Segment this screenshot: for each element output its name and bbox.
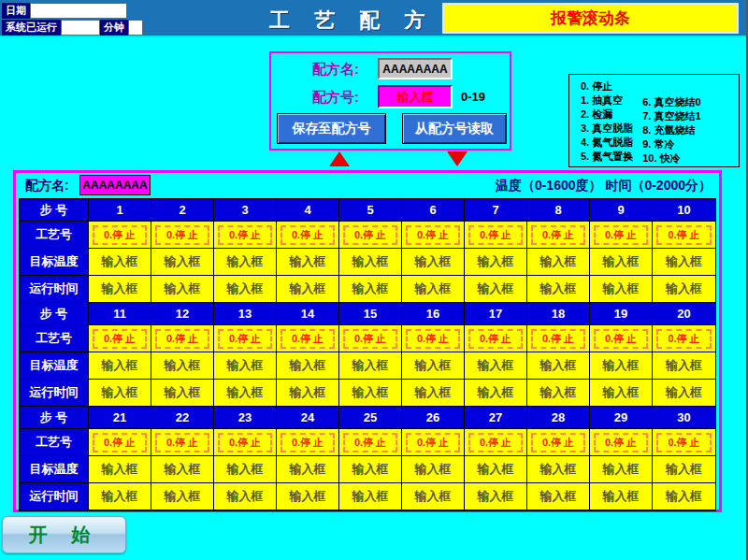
time-input-cell[interactable]: 输入框 [339, 483, 402, 510]
process-select-cell[interactable]: 0.停 止 [151, 325, 214, 352]
temperature-input-cell[interactable]: 输入框 [527, 456, 590, 483]
time-input-cell[interactable]: 输入框 [151, 380, 214, 407]
time-input-cell[interactable]: 输入框 [590, 380, 653, 407]
temperature-input-cell[interactable]: 输入框 [402, 456, 465, 483]
step-number-cell: 7 [465, 199, 527, 222]
temperature-input-cell[interactable]: 输入框 [89, 352, 151, 380]
date-field[interactable] [30, 3, 127, 19]
save-to-recipe-button[interactable]: 保存至配方号 [277, 113, 386, 144]
load-from-recipe-button[interactable]: 从配方号读取 [402, 113, 507, 144]
temperature-input-cell[interactable]: 输入框 [527, 249, 590, 276]
process-select-cell[interactable]: 0.停 止 [527, 222, 590, 249]
temperature-input-cell[interactable]: 输入框 [527, 352, 590, 380]
temperature-input-cell[interactable]: 输入框 [277, 352, 339, 380]
process-select-cell[interactable]: 0.停 止 [590, 325, 653, 352]
process-select-cell[interactable]: 0.停 止 [151, 429, 214, 456]
time-input-cell[interactable]: 输入框 [214, 483, 277, 510]
temperature-input-cell[interactable]: 输入框 [339, 352, 402, 380]
time-input-cell[interactable]: 输入框 [527, 276, 590, 303]
time-input-cell[interactable]: 输入框 [277, 483, 339, 510]
time-input-cell[interactable]: 输入框 [402, 380, 465, 407]
temperature-input-cell[interactable]: 输入框 [402, 249, 465, 276]
time-input-cell[interactable]: 输入框 [277, 276, 339, 303]
process-select-cell[interactable]: 0.停 止 [653, 429, 715, 456]
process-select-cell[interactable]: 0.停 止 [339, 429, 402, 456]
temperature-input-cell[interactable]: 输入框 [151, 352, 214, 380]
process-select-cell[interactable]: 0.停 止 [590, 429, 653, 456]
process-select-cell[interactable]: 0.停 止 [527, 325, 590, 352]
time-input-cell[interactable]: 输入框 [590, 483, 653, 510]
time-input-cell[interactable]: 输入框 [465, 483, 527, 510]
temperature-input-cell[interactable]: 输入框 [277, 249, 339, 276]
temperature-input-cell[interactable]: 输入框 [214, 456, 277, 483]
temperature-input-cell[interactable]: 输入框 [465, 352, 527, 380]
process-select-cell[interactable]: 0.停 止 [151, 222, 214, 249]
process-select-cell[interactable]: 0.停 止 [89, 222, 151, 249]
time-input-cell[interactable]: 输入框 [653, 380, 715, 407]
time-input-cell[interactable]: 输入框 [89, 276, 151, 303]
time-input-cell[interactable]: 输入框 [402, 483, 465, 510]
process-select-cell[interactable]: 0.停 止 [402, 325, 465, 352]
process-select-cell[interactable]: 0.停 止 [214, 325, 277, 352]
recipe-number-input[interactable]: 输入框 [378, 85, 453, 108]
temperature-input-cell[interactable]: 输入框 [590, 249, 653, 276]
temperature-input-cell[interactable]: 输入框 [339, 456, 402, 483]
time-input-cell[interactable]: 输入框 [89, 380, 151, 407]
temperature-input-cell[interactable]: 输入框 [339, 249, 402, 276]
start-button[interactable]: 开 始 [2, 516, 126, 553]
temperature-input-cell[interactable]: 输入框 [653, 352, 715, 380]
temperature-input-cell[interactable]: 输入框 [402, 352, 465, 380]
temperature-input-cell[interactable]: 输入框 [590, 456, 653, 483]
process-select-cell[interactable]: 0.停 止 [653, 325, 715, 352]
time-input-cell[interactable]: 输入框 [653, 483, 715, 510]
time-input-cell[interactable]: 输入框 [151, 483, 214, 510]
process-select-cell[interactable]: 0.停 止 [277, 222, 339, 249]
time-input-cell[interactable]: 输入框 [214, 276, 277, 303]
recipe-name-display[interactable]: AAAAAAAA [378, 58, 453, 79]
temperature-input-cell[interactable]: 输入框 [151, 249, 214, 276]
time-input-cell[interactable]: 输入框 [89, 483, 151, 510]
step-number-cell: 24 [277, 407, 339, 429]
time-input-cell[interactable]: 输入框 [277, 380, 339, 407]
step-number-cell: 20 [653, 303, 715, 325]
time-input-cell[interactable]: 输入框 [465, 380, 527, 407]
process-select-cell[interactable]: 0.停 止 [277, 325, 339, 352]
time-input-cell[interactable]: 输入框 [402, 276, 465, 303]
temperature-input-cell[interactable]: 输入框 [151, 456, 214, 483]
process-select-cell[interactable]: 0.停 止 [465, 222, 527, 249]
process-select-cell[interactable]: 0.停 止 [89, 325, 151, 352]
process-select-cell[interactable]: 0.停 止 [339, 325, 402, 352]
temperature-input-cell[interactable]: 输入框 [214, 249, 277, 276]
process-select-cell[interactable]: 0.停 止 [89, 429, 151, 456]
time-input-cell[interactable]: 输入框 [339, 276, 402, 303]
time-input-cell[interactable]: 输入框 [214, 380, 277, 407]
temperature-input-cell[interactable]: 输入框 [465, 249, 527, 276]
time-input-cell[interactable]: 输入框 [151, 276, 214, 303]
process-select-cell[interactable]: 0.停 止 [402, 429, 465, 456]
process-select-cell[interactable]: 0.停 止 [653, 222, 715, 249]
time-input-cell[interactable]: 输入框 [590, 276, 653, 303]
temperature-input-cell[interactable]: 输入框 [465, 456, 527, 483]
table-recipe-name-display[interactable]: AAAAAAAA [79, 175, 151, 195]
process-select-cell[interactable]: 0.停 止 [277, 429, 339, 456]
process-select-cell[interactable]: 0.停 止 [527, 429, 590, 456]
time-input-cell[interactable]: 输入框 [339, 380, 402, 407]
temperature-input-cell[interactable]: 输入框 [590, 352, 653, 380]
process-select-cell[interactable]: 0.停 止 [465, 325, 527, 352]
temperature-input-cell[interactable]: 输入框 [277, 456, 339, 483]
process-select-cell[interactable]: 0.停 止 [590, 222, 653, 249]
process-select-cell[interactable]: 0.停 止 [339, 222, 402, 249]
temperature-input-cell[interactable]: 输入框 [653, 456, 715, 483]
temperature-input-cell[interactable]: 输入框 [89, 456, 151, 483]
temperature-input-cell[interactable]: 输入框 [89, 249, 151, 276]
process-select-cell[interactable]: 0.停 止 [402, 222, 465, 249]
time-input-cell[interactable]: 输入框 [653, 276, 715, 303]
temperature-input-cell[interactable]: 输入框 [214, 352, 277, 380]
time-input-cell[interactable]: 输入框 [465, 276, 527, 303]
process-select-cell[interactable]: 0.停 止 [214, 429, 277, 456]
process-select-cell[interactable]: 0.停 止 [214, 222, 277, 249]
time-input-cell[interactable]: 输入框 [527, 380, 590, 407]
time-input-cell[interactable]: 输入框 [527, 483, 590, 510]
temperature-input-cell[interactable]: 输入框 [653, 249, 715, 276]
process-select-cell[interactable]: 0.停 止 [465, 429, 527, 456]
